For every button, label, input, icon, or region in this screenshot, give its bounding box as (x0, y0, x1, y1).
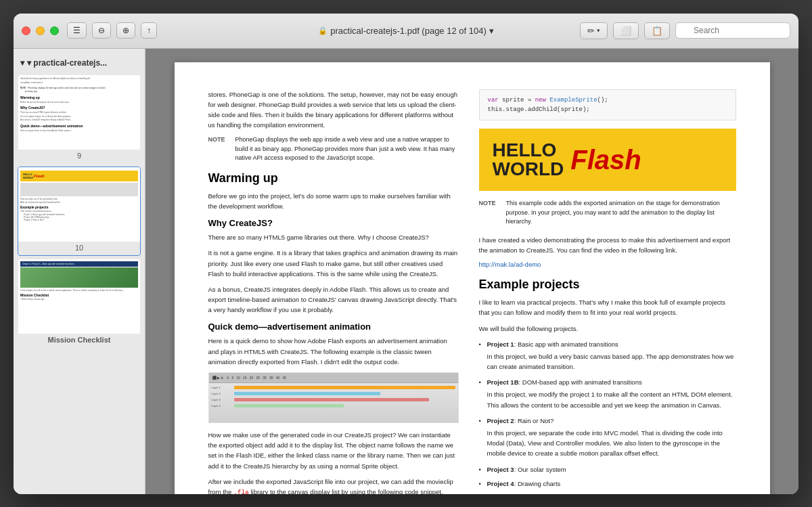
page-10-number: 10 (18, 242, 140, 255)
world-text: WORLD (493, 160, 564, 179)
quick-demo-heading: Quick demo—advertisement animation (208, 322, 459, 332)
list-item-project3: Project 3: Our solar system (479, 464, 736, 475)
warming-up-heading: Warming up (208, 171, 459, 185)
sidebar-toggle-button[interactable]: ☰ (67, 22, 87, 39)
stamp-icon: ⬜ (621, 26, 631, 36)
quick-demo-text1: Here is a quick demo to show how Adobe F… (208, 336, 459, 367)
zoom-in-icon: ⊕ (122, 26, 129, 35)
sidebar-chevron-icon: ▾ (20, 58, 24, 68)
main-content: ▾ ▾ practical-createjs... that build the… (14, 49, 798, 494)
why-createjs-heading: Why CreateJS? (208, 218, 459, 228)
zoom-out-button[interactable]: ⊖ (92, 22, 111, 39)
page-left-column: stores. PhoneGap is one of the solutions… (208, 89, 459, 475)
lock-icon: 🔒 (318, 26, 328, 35)
traffic-lights (22, 26, 59, 35)
annotate-icon: 📋 (652, 26, 662, 36)
page-9-number: 9 (18, 150, 140, 163)
hello-world-banner: HELLO WORLD Flash (479, 129, 736, 191)
hello-text: HELLO (493, 141, 564, 160)
window-title: 🔒 practical-createjs-1.pdf (page 12 of 1… (318, 26, 494, 36)
why-createjs-text3: As a bonus, CreateJS integrates deeply i… (208, 284, 459, 315)
sidebar-page-11[interactable]: Chapter 1: Project 1—Basic app with anim… (18, 259, 141, 348)
sidebar-toggle-icon: ☰ (73, 26, 81, 35)
pen-button[interactable]: ✏ ▾ (580, 22, 608, 39)
thumb-hello-banner: HELLOWORLD Flash (20, 171, 138, 181)
intro-text: stores. PhoneGap is one of the solutions… (208, 89, 459, 131)
toolbar-right: ✏ ▾ ⬜ 📋 🔍 (580, 22, 790, 39)
share-button[interactable]: ↑ (141, 22, 157, 39)
sidebar-page-10[interactable]: HELLOWORLD Flash How we make use of the … (18, 167, 141, 256)
code-line2: this.stage.addChild(sprite); (488, 105, 727, 114)
why-createjs-text2: It is not a game engine. It is a library… (208, 248, 459, 279)
note-text-1: PhoneGap displays the web app inside a w… (235, 135, 459, 163)
zoom-in-button[interactable]: ⊕ (116, 22, 135, 39)
thumb-animation-image (20, 183, 138, 196)
page-10-thumbnail: HELLOWORLD Flash How we make use of the … (18, 167, 140, 242)
note-label-right: NOTE (479, 199, 499, 227)
zoom-out-icon: ⊖ (98, 26, 105, 35)
video-text: I have created a video demonstrating the… (479, 235, 736, 255)
example-projects-heading: Example projects (479, 278, 736, 292)
list-item-project4: Project 4: Drawing charts (479, 479, 736, 489)
annotate-button[interactable]: 📋 (644, 22, 670, 39)
flash-text: Flash (570, 146, 641, 173)
sidebar-header: ▾ ▾ practical-createjs... (14, 54, 145, 72)
code-block: var sprite = new ExampleSprite(); this.s… (479, 89, 736, 121)
search-input[interactable] (675, 22, 790, 39)
list-item-project1: Project 1: Basic app with animated trans… (479, 339, 736, 372)
toolbar-left: ☰ ⊖ ⊕ ↑ (67, 22, 157, 39)
pdf-page: stores. PhoneGap is one of the solutions… (175, 62, 770, 494)
projects-intro: We will build the following projects. (479, 324, 736, 334)
page-9-thumbnail: that build the binary applications for d… (18, 75, 140, 150)
quick-demo-text2: How we make use of the generated code in… (208, 430, 459, 471)
sidebar-page-9[interactable]: that build the binary applications for d… (18, 74, 141, 164)
page-11-thumbnail: Chapter 1: Project 1—Basic app with anim… (18, 259, 140, 334)
page-11-number: Mission Checklist (18, 334, 140, 347)
share-icon: ↑ (147, 26, 151, 35)
pen-icon: ✏ (587, 26, 595, 36)
quick-demo-text3: After we include the exported JavaScript… (208, 477, 459, 494)
note-label-1: NOTE (208, 135, 229, 163)
projects-list: Project 1: Basic app with animated trans… (479, 339, 736, 489)
close-button[interactable] (22, 26, 30, 35)
page-right-column: var sprite = new ExampleSprite(); this.s… (479, 89, 736, 475)
thumb-chapter-image (20, 267, 138, 288)
code-line1: var sprite = new ExampleSprite(); (488, 95, 727, 105)
list-item-project1b: Project 1B: DOM-based app with animated … (479, 377, 736, 410)
note-block-right: NOTE This example code adds the exported… (479, 199, 736, 227)
sidebar: ▾ ▾ practical-createjs... that build the… (14, 49, 145, 494)
note-text-right: This example code adds the exported anim… (506, 199, 736, 227)
titlebar: ☰ ⊖ ⊕ ↑ 🔒 practical-createjs-1.pdf (page… (14, 14, 798, 49)
fullscreen-button[interactable] (50, 26, 59, 35)
page-9-content: that build the binary applications for d… (18, 75, 140, 135)
pen-chevron: ▾ (597, 27, 600, 34)
app-window: ☰ ⊖ ⊕ ↑ 🔒 practical-createjs-1.pdf (page… (14, 14, 798, 494)
search-wrapper: 🔍 (675, 22, 790, 39)
video-link[interactable]: http://mak.la/ad-demo (479, 261, 736, 268)
chevron-down-icon: ▾ (489, 26, 494, 36)
stamp-button[interactable]: ⬜ (613, 22, 639, 39)
flash-animation-inner: ⬛ ▶ ⏸ 0 5 10 15 20 25 30 35 40 45 Layer … (209, 373, 458, 422)
document-area[interactable]: stores. PhoneGap is one of the solutions… (145, 49, 798, 494)
note-block-phonegap: NOTE PhoneGap displays the web app insid… (208, 135, 459, 163)
minimize-button[interactable] (36, 26, 45, 35)
thumb-chapter-banner: Chapter 1: Project 1—Basic app with anim… (20, 261, 138, 267)
flash-animation-screenshot: ⬛ ▶ ⏸ 0 5 10 15 20 25 30 35 40 45 Layer … (208, 372, 459, 423)
example-projects-intro: I like to learn via practical projects. … (479, 297, 736, 317)
list-item-project2: Project 2: Rain or Not? In this project,… (479, 416, 736, 459)
warming-up-text: Before we go into the project, let's do … (208, 191, 459, 211)
timeline-header: ⬛ ▶ ⏸ 0 5 10 15 20 25 30 35 40 45 (209, 373, 458, 383)
why-createjs-text1: There are so many HTML5 game libraries o… (208, 232, 459, 242)
